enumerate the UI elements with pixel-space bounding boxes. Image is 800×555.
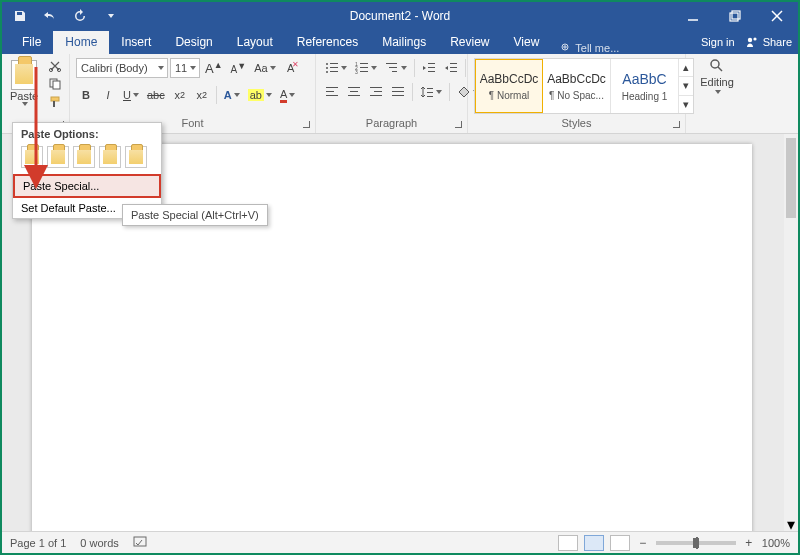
svg-rect-25 [386, 63, 397, 64]
paste-picture-button[interactable] [125, 146, 147, 168]
justify-button[interactable] [388, 82, 408, 102]
svg-rect-36 [326, 95, 338, 96]
paste-keep-text-button[interactable] [99, 146, 121, 168]
style-no-spacing[interactable]: AaBbCcDc ¶ No Spac... [543, 59, 611, 113]
word-count[interactable]: 0 words [80, 537, 119, 549]
tab-layout[interactable]: Layout [225, 31, 285, 54]
text-effects-button[interactable]: A [221, 85, 243, 105]
group-styles: AaBbCcDc ¶ Normal AaBbCcDc ¶ No Spac... … [468, 54, 686, 133]
web-layout-button[interactable] [610, 535, 630, 551]
strikethrough-button[interactable]: abc [144, 85, 168, 105]
tab-references[interactable]: References [285, 31, 370, 54]
tab-file[interactable]: File [10, 31, 53, 54]
font-size-combo[interactable]: 11 [170, 58, 200, 78]
paste-options-header: Paste Options: [13, 123, 161, 144]
scroll-thumb[interactable] [786, 138, 796, 218]
font-dialog-launcher[interactable] [300, 118, 312, 130]
highlight-button[interactable]: ab [245, 85, 275, 105]
status-bar: Page 1 of 1 0 words − + 100% [2, 531, 798, 553]
quick-access-toolbar [2, 6, 120, 26]
multilevel-list-button[interactable] [382, 58, 410, 78]
tab-view[interactable]: View [502, 31, 552, 54]
svg-rect-27 [392, 71, 397, 72]
redo-button[interactable] [70, 6, 90, 26]
font-color-button[interactable]: A [277, 85, 298, 105]
svg-point-6 [747, 38, 751, 42]
font-name-combo[interactable]: Calibri (Body) [76, 58, 168, 78]
read-mode-button[interactable] [558, 535, 578, 551]
minimize-button[interactable] [672, 2, 714, 30]
scroll-down-button[interactable]: ▾ [784, 517, 798, 531]
proofing-icon[interactable] [133, 535, 149, 551]
find-icon [709, 58, 725, 74]
superscript-button[interactable]: x2 [192, 85, 212, 105]
svg-point-17 [326, 71, 328, 73]
styles-dialog-launcher[interactable] [670, 118, 682, 130]
change-case-button[interactable]: Aa [251, 58, 278, 78]
editing-label[interactable]: Editing [700, 76, 734, 88]
paste-use-dest-button[interactable] [73, 146, 95, 168]
sign-in-link[interactable]: Sign in [701, 36, 735, 48]
numbering-button[interactable]: 123 [352, 58, 380, 78]
tell-me-placeholder: Tell me... [575, 42, 619, 54]
svg-point-50 [711, 60, 719, 68]
increase-indent-button[interactable] [441, 58, 461, 78]
bullets-button[interactable] [322, 58, 350, 78]
paste-keep-source-button[interactable] [21, 146, 43, 168]
grow-font-button[interactable]: A▲ [202, 58, 226, 78]
svg-text:3: 3 [355, 69, 358, 74]
style-heading-1[interactable]: AaBbC Heading 1 [611, 59, 679, 113]
tell-me-search[interactable]: Tell me... [559, 42, 619, 54]
underline-button[interactable]: U [120, 85, 142, 105]
subscript-button[interactable]: x2 [170, 85, 190, 105]
svg-rect-16 [330, 67, 338, 68]
shrink-font-button[interactable]: A▼ [228, 58, 250, 78]
print-layout-button[interactable] [584, 535, 604, 551]
style-normal[interactable]: AaBbCcDc ¶ Normal [475, 59, 543, 113]
undo-button[interactable] [40, 6, 60, 26]
italic-button[interactable]: I [98, 85, 118, 105]
zoom-level[interactable]: 100% [762, 537, 790, 549]
svg-rect-37 [348, 87, 360, 88]
svg-rect-22 [360, 67, 368, 68]
vertical-scrollbar[interactable]: ▴ ▾ [784, 134, 798, 531]
paste-split-button[interactable]: Paste [8, 58, 40, 106]
zoom-slider[interactable] [656, 541, 736, 545]
svg-rect-45 [392, 95, 404, 96]
tab-insert[interactable]: Insert [109, 31, 163, 54]
svg-rect-43 [392, 87, 404, 88]
bold-button[interactable]: B [76, 85, 96, 105]
qat-customize-button[interactable] [100, 6, 120, 26]
svg-rect-20 [360, 63, 368, 64]
clear-formatting-button[interactable]: A✕ [281, 58, 301, 78]
tab-home[interactable]: Home [53, 31, 109, 54]
svg-rect-47 [427, 92, 433, 93]
svg-rect-31 [450, 63, 457, 64]
restore-button[interactable] [714, 2, 756, 30]
line-spacing-button[interactable] [417, 82, 445, 102]
svg-rect-35 [326, 91, 334, 92]
paste-special-tooltip: Paste Special (Alt+Ctrl+V) [122, 204, 268, 226]
svg-rect-18 [330, 71, 338, 72]
copy-button[interactable] [47, 76, 63, 92]
align-center-button[interactable] [344, 82, 364, 102]
tab-mailings[interactable]: Mailings [370, 31, 438, 54]
tab-review[interactable]: Review [438, 31, 501, 54]
paste-merge-button[interactable] [47, 146, 69, 168]
zoom-in-button[interactable]: + [742, 536, 756, 550]
save-button[interactable] [10, 6, 30, 26]
align-right-button[interactable] [366, 82, 386, 102]
close-button[interactable] [756, 2, 798, 30]
paste-special-menu-item[interactable]: Paste Special... [13, 174, 161, 198]
zoom-out-button[interactable]: − [636, 536, 650, 550]
share-button[interactable]: Share [745, 35, 792, 49]
paragraph-dialog-launcher[interactable] [452, 118, 464, 130]
align-left-button[interactable] [322, 82, 342, 102]
page-indicator[interactable]: Page 1 of 1 [10, 537, 66, 549]
svg-rect-40 [370, 87, 382, 88]
svg-rect-42 [370, 95, 382, 96]
format-painter-button[interactable] [47, 94, 63, 110]
decrease-indent-button[interactable] [419, 58, 439, 78]
cut-button[interactable] [47, 58, 63, 74]
tab-design[interactable]: Design [163, 31, 224, 54]
